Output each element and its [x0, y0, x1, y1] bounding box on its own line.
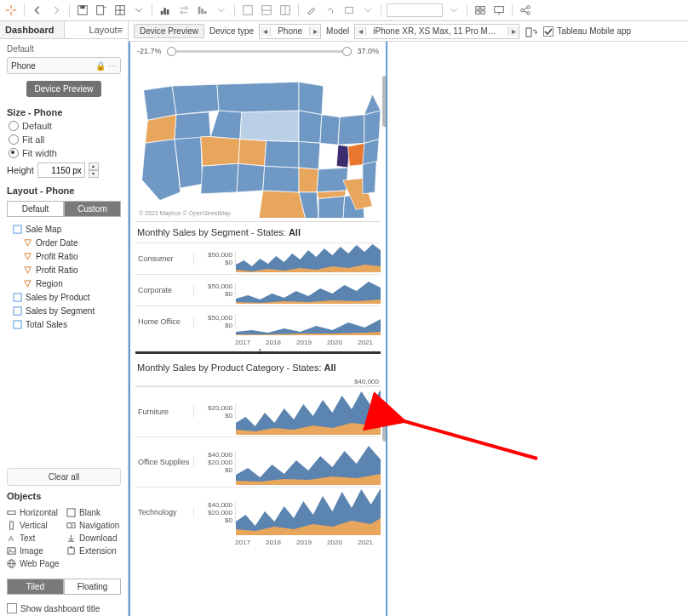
seg-custom[interactable]: Custom: [64, 201, 121, 217]
device-dropdown[interactable]: Phone 🔒 ⋯: [7, 57, 121, 74]
axis-consumer: $50,000$0: [194, 251, 236, 266]
year-axis-2: 20172018201920202021: [135, 537, 381, 550]
totals-icon[interactable]: [240, 3, 255, 18]
device-preview-button[interactable]: Device Preview: [26, 81, 102, 97]
cards-icon[interactable]: [473, 3, 488, 18]
tree-order-date[interactable]: Order Date: [3, 236, 124, 249]
top-toolbar: +: [0, 0, 688, 21]
dropdown2-icon[interactable]: [214, 3, 229, 18]
obj-webpage[interactable]: Web Page: [7, 559, 61, 568]
svg-rect-24: [481, 7, 484, 10]
svg-line-33: [524, 11, 527, 13]
tab-dashboard[interactable]: Dashboard: [0, 21, 65, 38]
forward-icon[interactable]: [49, 3, 64, 18]
svg-rect-22: [346, 8, 353, 14]
scrollbar[interactable]: [381, 42, 387, 616]
fit-icon[interactable]: [259, 3, 274, 18]
map-credit: © 2023 Mapbox © OpenStreetMap: [139, 210, 231, 216]
sparkline-homeoffice[interactable]: [236, 306, 381, 337]
obj-blank[interactable]: Blank: [66, 508, 121, 517]
svg-rect-23: [476, 7, 479, 10]
height-input[interactable]: [37, 163, 85, 178]
svg-rect-35: [13, 293, 20, 300]
svg-point-30: [527, 6, 530, 9]
obj-extension[interactable]: Extension: [66, 546, 121, 556]
resize-handle[interactable]: [135, 351, 381, 354]
show-title-checkbox[interactable]: Show dashboard title: [0, 600, 128, 616]
tableau-mobile-checkbox[interactable]: Tableau Mobile app: [543, 26, 631, 37]
share-icon[interactable]: [518, 3, 533, 18]
model-select[interactable]: ◂iPhone XR, XS Max, 11 Pro Max (414 x 89…: [354, 24, 519, 39]
opt-default-label: Default: [22, 121, 52, 131]
obj-vertical[interactable]: Vertical: [7, 521, 61, 530]
rotate-icon[interactable]: [525, 25, 538, 38]
device-preview-btn[interactable]: Device Preview: [134, 24, 204, 38]
tree-profit-ratio-1[interactable]: Profit Ratio: [3, 249, 124, 263]
device-bar: Device Preview Device type ◂Phone▸ Model…: [129, 21, 688, 42]
svg-rect-39: [67, 509, 75, 516]
sort-icon[interactable]: [195, 3, 210, 18]
obj-navigation[interactable]: Navigation: [66, 521, 121, 530]
size-header: Size - Phone: [0, 102, 128, 119]
sale-map[interactable]: © 2023 Mapbox © OpenStreetMap: [135, 60, 381, 218]
opt-fitwidth-label: Fit width: [22, 148, 57, 158]
sparkline-office[interactable]: [236, 437, 381, 487]
svg-rect-45: [68, 548, 74, 554]
svg-rect-34: [13, 225, 20, 232]
tree-sales-segment[interactable]: Sales by Segment: [3, 304, 124, 317]
model-label: Model: [326, 26, 349, 36]
seg-default[interactable]: Default: [7, 201, 64, 217]
profit-ratio-slider[interactable]: -21.7% 37.0%: [135, 43, 381, 59]
tree-region[interactable]: Region: [3, 277, 124, 290]
dropdown3-icon[interactable]: [360, 3, 376, 18]
dropdown-icon[interactable]: [131, 3, 146, 18]
sparkline-furniture[interactable]: [236, 387, 381, 436]
labels-icon[interactable]: [341, 3, 357, 18]
obj-download[interactable]: Download: [66, 533, 121, 543]
slider-max: 37.0%: [357, 47, 379, 55]
toolbar-input[interactable]: [387, 3, 443, 17]
opt-fitall[interactable]: Fit all: [0, 133, 128, 146]
obj-horizontal[interactable]: Horizontal: [7, 508, 61, 517]
obj-image[interactable]: Image: [7, 546, 61, 556]
seg-tiled[interactable]: Tiled: [7, 579, 64, 595]
opt-fitwidth[interactable]: Fit width: [0, 146, 128, 160]
sparkline-consumer[interactable]: [236, 243, 381, 274]
highlight-icon[interactable]: [304, 3, 319, 18]
swap-icon[interactable]: [176, 3, 192, 18]
presentation-icon[interactable]: [491, 3, 507, 18]
back-icon[interactable]: [30, 3, 45, 18]
row-corporate: Corporate: [135, 284, 194, 296]
svg-rect-50: [526, 28, 531, 37]
sparkline-technology[interactable]: [236, 488, 381, 537]
device-type-select[interactable]: ◂Phone▸: [259, 24, 321, 39]
tree-total-sales[interactable]: Total Sales: [3, 317, 124, 331]
sparkline-corporate[interactable]: [236, 275, 381, 305]
svg-rect-37: [13, 320, 20, 328]
opt-default[interactable]: Default: [0, 119, 128, 133]
svg-point-31: [527, 12, 530, 15]
tree-sales-product[interactable]: Sales by Product: [3, 290, 124, 304]
svg-rect-17: [244, 6, 253, 15]
svg-text:+: +: [104, 4, 107, 9]
clear-all-button[interactable]: Clear all: [7, 468, 121, 486]
axis-corporate: $50,000$0: [194, 282, 236, 298]
svg-rect-16: [204, 11, 207, 14]
save-icon[interactable]: [75, 3, 90, 18]
obj-text[interactable]: AText: [7, 533, 61, 543]
left-panel: Dashboard Layout ≡ Default Phone 🔒 ⋯ Dev…: [0, 21, 129, 616]
phone-preview-frame: -21.7% 37.0%: [129, 42, 387, 616]
attach-icon[interactable]: [323, 3, 338, 18]
dropdown4-icon[interactable]: [446, 3, 462, 18]
tableau-logo-icon: [3, 3, 19, 18]
new-dashboard-icon[interactable]: [112, 3, 128, 18]
tab-layout[interactable]: Layout ≡: [65, 21, 129, 38]
tree-profit-ratio-2[interactable]: Profit Ratio: [3, 263, 124, 277]
new-sheet-icon[interactable]: +: [94, 3, 109, 18]
axis-homeoffice: $50,000$0: [194, 314, 236, 329]
fit2-icon[interactable]: [278, 3, 293, 18]
seg-floating[interactable]: Floating: [64, 579, 121, 595]
height-stepper[interactable]: ▴▾: [89, 163, 99, 178]
chart-icon[interactable]: [158, 3, 173, 18]
tree-sale-map[interactable]: Sale Map: [3, 222, 124, 236]
